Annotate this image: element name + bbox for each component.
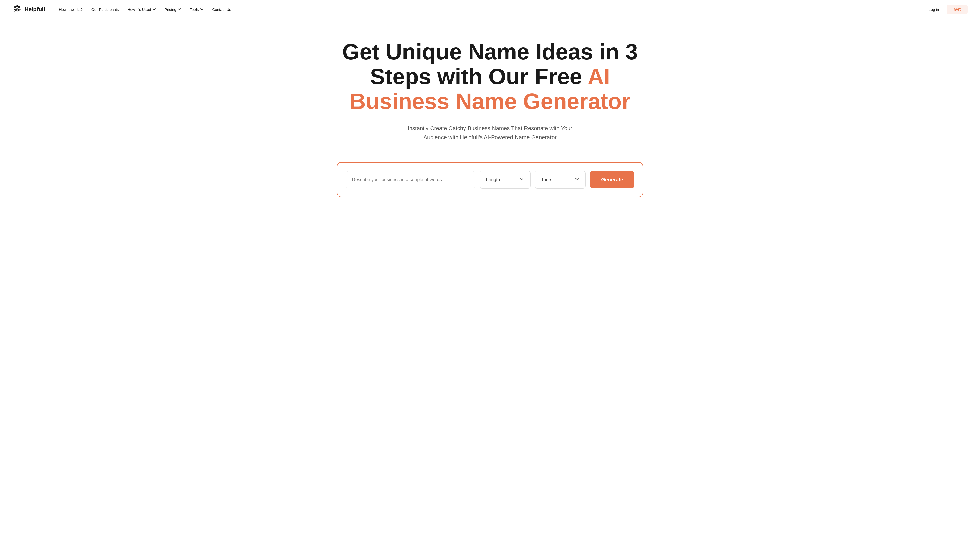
- hero-section: Get Unique Name Ideas in 3 Steps with Ou…: [311, 19, 669, 213]
- length-select[interactable]: Length: [479, 171, 531, 189]
- chevron-down-icon: [152, 8, 156, 11]
- hero-title-accent: AI: [587, 64, 610, 89]
- svg-point-0: [14, 6, 16, 8]
- svg-point-2: [18, 6, 20, 8]
- tone-label: Tone: [541, 177, 551, 183]
- nav-item-contact-us[interactable]: Contact Us: [209, 5, 235, 14]
- nav-item-our-participants[interactable]: Our Participants: [88, 5, 123, 14]
- svg-point-1: [16, 5, 18, 7]
- get-button[interactable]: Get: [947, 5, 968, 14]
- login-button[interactable]: Log in: [925, 5, 942, 14]
- hero-title-line3: Business Name Generator: [350, 89, 630, 114]
- chevron-down-icon-pricing: [178, 8, 181, 11]
- nav-item-how-its-used[interactable]: How It's Used: [124, 5, 159, 14]
- nav-item-tools[interactable]: Tools: [186, 5, 207, 14]
- nav-link-contact-us[interactable]: Contact Us: [209, 5, 235, 14]
- hero-title-line1: Get Unique Name Ideas in 3: [342, 39, 638, 64]
- hero-title-line2: Steps with Our Free: [370, 64, 587, 89]
- navbar-left: Helpfull How it works? Our Participants …: [12, 5, 235, 14]
- navbar-right: Log in Get: [925, 5, 968, 14]
- navbar: Helpfull How it works? Our Participants …: [0, 0, 980, 19]
- length-chevron-icon: [520, 177, 524, 183]
- length-label: Length: [486, 177, 500, 183]
- nav-links: How it works? Our Participants How It's …: [56, 5, 235, 14]
- nav-item-how-it-works[interactable]: How it works?: [56, 5, 86, 14]
- generate-button[interactable]: Generate: [590, 171, 635, 188]
- logo-text: Helpfull: [24, 6, 45, 13]
- chevron-down-icon-tools: [200, 8, 204, 11]
- form-row: Length Tone Generate: [345, 171, 635, 189]
- nav-btn-pricing[interactable]: Pricing: [161, 5, 185, 14]
- nav-link-our-participants[interactable]: Our Participants: [88, 5, 123, 14]
- nav-item-pricing[interactable]: Pricing: [161, 5, 185, 14]
- hero-title: Get Unique Name Ideas in 3 Steps with Ou…: [342, 40, 638, 114]
- tone-chevron-icon: [575, 177, 579, 183]
- form-container: Length Tone Generate: [337, 162, 643, 197]
- hero-subtitle: Instantly Create Catchy Business Names T…: [401, 124, 579, 141]
- logo[interactable]: Helpfull: [12, 5, 45, 14]
- logo-icon: [12, 5, 22, 14]
- nav-btn-tools[interactable]: Tools: [186, 5, 207, 14]
- tone-select[interactable]: Tone: [535, 171, 586, 189]
- nav-link-how-it-works[interactable]: How it works?: [56, 5, 86, 14]
- nav-btn-how-its-used[interactable]: How It's Used: [124, 5, 159, 14]
- business-description-input[interactable]: [345, 171, 476, 188]
